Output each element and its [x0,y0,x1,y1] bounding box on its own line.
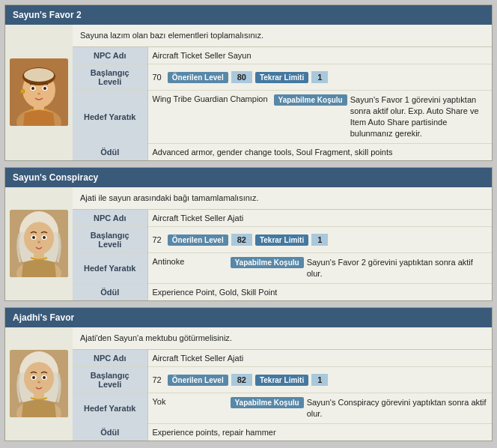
tekrar-limiti-badge: Tekrar Limiti [255,72,308,83]
baslangic-label: Başlangıç Leveli [73,64,147,91]
tekrar-limiti-value: 1 [311,71,328,83]
onerilen-level-value: 82 [231,374,252,386]
hedef-values: Yok Yapabilme Koşulu Sayun's Conspiracy … [147,393,492,424]
svg-point-11 [20,89,25,94]
svg-point-33 [37,381,40,384]
quest-header-sayuns-favor-2: Sayun's Favor 2 [5,5,492,25]
svg-point-8 [31,87,34,90]
odul-row: Ödül Experience Point, Gold, Skill Point [73,283,492,300]
yapabilme-section: Yapabilme Koşulu Sayun's Favor 1 görevin… [271,94,487,139]
yapabilme-desc: Sayun's Conspiracy görevini yaptıktan so… [307,397,487,420]
level-row: Başlangıç Leveli 72 Önerilen Level 82 Te… [73,227,492,253]
yapabilme-badge: Yapabilme Koşulu [231,397,304,408]
odul-value: Experience Point, Gold, Skill Point [147,283,492,300]
svg-point-22 [37,241,40,243]
baslangic-label: Başlangıç Leveli [73,227,147,253]
svg-point-10 [37,93,40,95]
svg-point-21 [43,236,46,239]
level-row: Başlangıç Leveli 70 Önerilen Level 80 Te… [73,64,492,91]
npc-row: NPC Adı Aircraft Ticket Seller Sayun [73,47,492,64]
tekrar-limiti-value: 1 [311,374,328,386]
onerilen-level-value: 80 [231,71,252,83]
level-values: 72 Önerilen Level 82 Tekrar Limiti 1 [147,227,492,253]
hedef-label: Hedef Yaratık [73,253,147,284]
quest-details-sayuns-conspiracy: Ajati ile sayun arasındaki bağı tamamlam… [73,187,492,300]
quest-header-sayuns-conspiracy: Sayun's Conspiracy [5,168,492,187]
hedef-row: Hedef Yaratık Yok Yapabilme Koşulu Sayun… [73,393,492,424]
quest-details-ajadhis-favor: Ajati'den Sayun'a mektubu götürmelisiniz… [73,327,492,441]
hedef-name-value: Antinoke [153,257,228,266]
hedef-name-value: Wing Tribe Guardian Champion [153,94,271,103]
odul-value: Experience points, repair hammer [147,423,492,441]
yapabilme-section: Yapabilme Koşulu Sayun's Favor 2 görevin… [228,257,488,279]
avatar-image-ajadhis-favor [10,350,68,417]
baslangic-value: 72 [153,235,162,244]
hedef-label: Hedef Yaratık [73,393,147,424]
onerilen-level-badge: Önerilen Level [168,375,228,386]
npc-label: NPC Adı [73,210,147,227]
hedef-row: Hedef Yaratık Antinoke Yapabilme Koşulu … [73,253,492,284]
onerilen-level-value: 82 [231,234,252,246]
npc-value: Aircraft Ticket Seller Sayun [147,47,492,64]
quest-details-sayuns-favor-2: Sayuna lazım olan bazı elementleri topla… [73,25,492,160]
tekrar-limiti-value: 1 [311,234,328,246]
quest-avatar-sayuns-favor-2 [5,25,73,160]
npc-row: NPC Adı Aircraft Ticket Seller Ajati [73,210,492,227]
quest-description-ajadhis-favor: Ajati'den Sayun'a mektubu götürmelisiniz… [73,327,492,350]
quest-table-sayuns-conspiracy: NPC Adı Aircraft Ticket Seller Ajati Baş… [73,210,492,300]
odul-label: Ödül [73,143,147,160]
quest-block-sayuns-conspiracy: Sayun's Conspiracy [4,167,493,301]
svg-point-31 [32,376,35,379]
yapabilme-desc: Sayun's Favor 2 görevini yaptıktan sonra… [307,257,487,279]
hedef-values: Wing Tribe Guardian Champion Yapabilme K… [147,91,492,143]
svg-point-28 [24,362,54,395]
hedef-values: Antinoke Yapabilme Koşulu Sayun's Favor … [147,253,492,284]
baslangic-label: Başlangıç Leveli [73,367,147,393]
quest-table-sayuns-favor-2: NPC Adı Aircraft Ticket Seller Sayun Baş… [73,47,492,160]
quest-header-ajadhis-favor: Ajadhi's Favor [5,308,492,327]
quest-avatar-ajadhis-favor [5,327,73,441]
svg-point-17 [24,222,54,255]
quest-description-sayuns-favor-2: Sayuna lazım olan bazı elementleri topla… [73,25,492,47]
level-values: 70 Önerilen Level 80 Tekrar Limiti 1 [147,64,492,91]
hedef-row: Hedef Yaratık Wing Tribe Guardian Champi… [73,91,492,143]
npc-row: NPC Adı Aircraft Ticket Seller Ajati [73,350,492,367]
yapabilme-badge: Yapabilme Koşulu [231,257,304,268]
odul-row: Ödül Advanced armor, gender change tools… [73,143,492,160]
npc-value: Aircraft Ticket Seller Ajati [147,210,492,227]
odul-label: Ödül [73,423,147,441]
svg-point-32 [43,376,46,379]
yapabilme-badge: Yapabilme Koşulu [274,94,347,106]
quest-block-sayuns-favor-2: Sayun's Favor 2 [4,4,493,161]
hedef-label: Hedef Yaratık [73,91,147,143]
baslangic-value: 72 [153,375,162,384]
npc-label: NPC Adı [73,350,147,367]
quest-description-sayuns-conspiracy: Ajati ile sayun arasındaki bağı tamamlam… [73,187,492,210]
tekrar-limiti-badge: Tekrar Limiti [255,375,308,386]
level-row: Başlangıç Leveli 72 Önerilen Level 82 Te… [73,367,492,393]
avatar-image-sayuns-conspiracy [10,210,68,277]
odul-label: Ödül [73,283,147,300]
baslangic-value: 70 [153,73,162,82]
onerilen-level-badge: Önerilen Level [168,234,228,246]
quest-block-ajadhis-favor: Ajadhi's Favor [4,307,493,441]
svg-point-20 [32,236,35,239]
yapabilme-section: Yapabilme Koşulu Sayun's Conspiracy göre… [228,397,488,420]
npc-value: Aircraft Ticket Seller Ajati [147,350,492,367]
odul-value: Advanced armor, gender change tools, Sou… [147,143,492,160]
svg-point-9 [43,87,46,90]
npc-label: NPC Adı [73,47,147,64]
svg-point-5 [24,68,54,82]
odul-row: Ödül Experience points, repair hammer [73,423,492,441]
yapabilme-desc: Sayun's Favor 1 görevini yaptıktan sonra… [350,94,487,139]
quest-avatar-sayuns-conspiracy [5,187,73,300]
avatar-image-sayuns-favor-2 [10,58,68,126]
hedef-name-value: Yok [153,397,228,406]
level-values: 72 Önerilen Level 82 Tekrar Limiti 1 [147,367,492,393]
quest-table-ajadhis-favor: NPC Adı Aircraft Ticket Seller Ajati Baş… [73,350,492,441]
tekrar-limiti-badge: Tekrar Limiti [255,234,308,246]
onerilen-level-badge: Önerilen Level [168,72,228,83]
